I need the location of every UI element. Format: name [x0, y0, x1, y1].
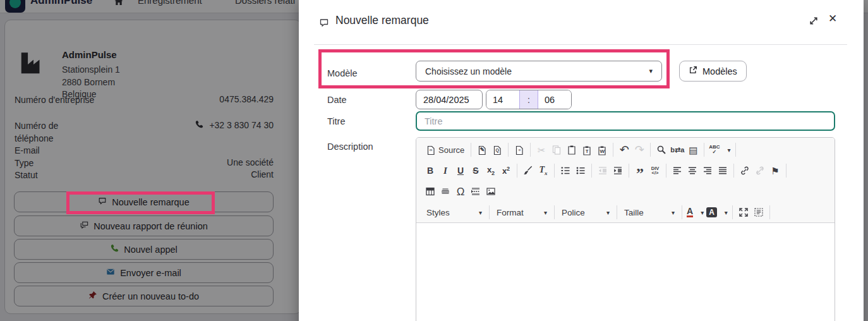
- copy-formatting-button[interactable]: [521, 163, 536, 178]
- expand-modal-icon[interactable]: [807, 14, 821, 28]
- title-input[interactable]: [416, 111, 835, 131]
- external-link-icon: [689, 66, 697, 76]
- align-right-icon: [702, 166, 713, 176]
- table-icon: [425, 186, 435, 197]
- unlink-button[interactable]: [752, 163, 768, 178]
- indent-button[interactable]: [610, 163, 625, 178]
- text-color-icon: A: [687, 207, 693, 217]
- editor-toolbar: ‹› Source ✎ Q ≡ ✂ T W ↶ ↷ b⇄a: [416, 138, 835, 223]
- paste-word-button[interactable]: W: [594, 142, 610, 157]
- source-button[interactable]: ‹› Source: [423, 142, 467, 157]
- link-button[interactable]: [737, 163, 752, 178]
- subscript-icon: x2: [487, 165, 495, 176]
- justify-button[interactable]: [715, 163, 730, 178]
- underline-button[interactable]: U: [453, 163, 468, 178]
- horizontal-line-button[interactable]: [438, 184, 453, 199]
- close-modal-icon[interactable]: ✕: [828, 12, 837, 25]
- templates-icon: ≡: [514, 145, 524, 155]
- size-combo[interactable]: Taille▾: [620, 205, 678, 220]
- link-icon: [740, 166, 750, 176]
- insert-image-button[interactable]: [483, 184, 498, 199]
- align-center-button[interactable]: [685, 163, 700, 178]
- align-center-icon: [687, 166, 697, 176]
- outdent-button[interactable]: [595, 163, 610, 178]
- italic-icon: I: [443, 166, 447, 176]
- italic-button[interactable]: I: [438, 163, 453, 178]
- paste-button[interactable]: [564, 142, 579, 157]
- styles-combo[interactable]: Styles▾: [423, 205, 486, 220]
- copy-button[interactable]: [549, 142, 564, 157]
- font-combo[interactable]: Police▾: [558, 205, 613, 220]
- spellcheck-button[interactable]: ABC✓ ▾: [708, 142, 732, 157]
- align-left-button[interactable]: [670, 163, 685, 178]
- blockquote-icon: ”: [636, 170, 644, 176]
- replace-icon: b⇄a: [670, 146, 684, 154]
- unlink-icon: [755, 166, 765, 176]
- strikethrough-button[interactable]: S: [468, 163, 483, 178]
- remove-format-button[interactable]: Tx: [536, 163, 551, 178]
- date-input[interactable]: [416, 90, 483, 109]
- editor-content-area[interactable]: [416, 223, 835, 321]
- blockquote-button[interactable]: ”: [632, 163, 648, 178]
- bg-color-button[interactable]: A▾: [705, 205, 729, 220]
- bold-icon: B: [427, 166, 433, 176]
- remove-format-icon: Tx: [539, 165, 547, 176]
- undo-button[interactable]: ↶: [617, 142, 632, 157]
- chevron-down-icon: ▾: [606, 209, 610, 216]
- preview-button[interactable]: Q: [490, 142, 505, 157]
- page-break-icon: [471, 186, 481, 197]
- chevron-down-icon: ▾: [544, 209, 547, 216]
- copy-formatting-icon: [523, 166, 533, 176]
- show-blocks-button[interactable]: [751, 205, 766, 220]
- find-button[interactable]: [654, 142, 669, 157]
- paste-text-button[interactable]: T: [579, 142, 594, 157]
- insert-table-button[interactable]: [423, 184, 438, 199]
- horizontal-line-icon: [440, 186, 450, 197]
- special-char-button[interactable]: Ω: [453, 184, 468, 199]
- subscript-button[interactable]: x2: [483, 163, 498, 178]
- time-colon-separator: :: [519, 90, 538, 109]
- replace-button[interactable]: b⇄a: [669, 142, 685, 157]
- bold-button[interactable]: B: [423, 163, 438, 178]
- toolbar-row-4: Styles▾ Format▾ Police▾ Taille▾ A▾ A▾: [416, 202, 835, 222]
- numbered-list-button[interactable]: [558, 163, 573, 178]
- div-container-button[interactable]: DIV</>: [648, 163, 663, 178]
- templates-button[interactable]: Modèles: [679, 61, 747, 82]
- toolbar-row-1: ‹› Source ✎ Q ≡ ✂ T W ↶ ↷ b⇄a: [416, 139, 835, 160]
- find-icon: [656, 145, 666, 155]
- maximize-icon: [738, 207, 749, 218]
- toolbar-row-3: Ω: [416, 181, 835, 202]
- time-input-group: :: [486, 90, 572, 109]
- indent-icon: [613, 166, 623, 176]
- redo-icon: ↷: [635, 144, 644, 155]
- bg-color-icon: A: [706, 207, 717, 217]
- description-field-label: Description: [327, 142, 373, 152]
- bulleted-list-button[interactable]: [573, 163, 588, 178]
- div-container-icon: DIV</>: [651, 166, 660, 175]
- maximize-button[interactable]: [736, 205, 751, 220]
- select-all-button[interactable]: ▤: [685, 142, 701, 157]
- paste-icon: [567, 145, 577, 155]
- hour-input[interactable]: [486, 90, 519, 109]
- page-break-button[interactable]: [468, 184, 483, 199]
- templates-tool-button[interactable]: ≡: [512, 142, 527, 157]
- cut-icon: ✂: [538, 145, 546, 155]
- bulleted-list-icon: [576, 166, 586, 176]
- redo-button[interactable]: ↷: [632, 142, 647, 157]
- new-page-icon: ✎: [477, 145, 487, 155]
- chevron-down-icon: ▾: [728, 147, 731, 154]
- align-right-button[interactable]: [700, 163, 715, 178]
- new-page-button[interactable]: ✎: [474, 142, 490, 157]
- model-select-dropdown[interactable]: Choisissez un modèle ▾: [416, 61, 662, 82]
- paste-word-icon: W: [597, 145, 607, 155]
- preview-icon: Q: [492, 145, 502, 155]
- superscript-icon: x2: [502, 166, 510, 176]
- superscript-button[interactable]: x2: [498, 163, 514, 178]
- chevron-down-icon: ▾: [649, 67, 653, 75]
- image-icon: [486, 186, 496, 197]
- format-combo[interactable]: Format▾: [493, 205, 551, 220]
- text-color-button[interactable]: A▾: [685, 205, 705, 220]
- minute-input[interactable]: [538, 90, 571, 109]
- cut-button[interactable]: ✂: [534, 142, 549, 157]
- anchor-button[interactable]: ⚑: [768, 163, 783, 178]
